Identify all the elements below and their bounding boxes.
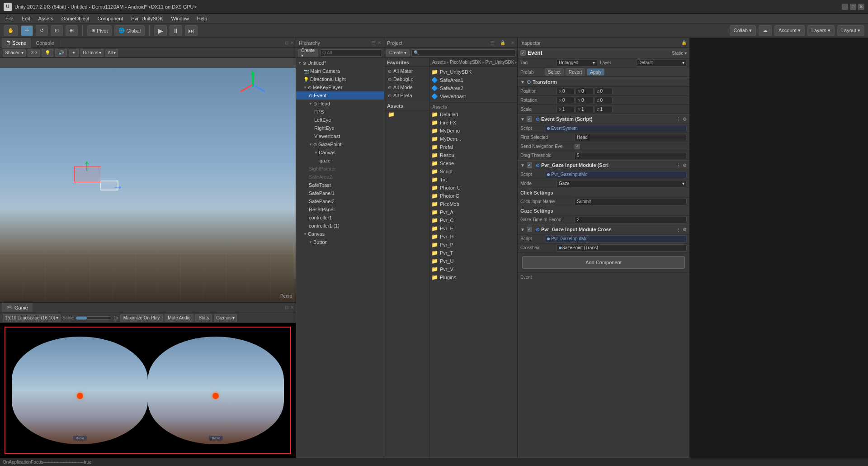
transform-section[interactable]: ▼ ⊙ Transform bbox=[518, 77, 689, 87]
project-search[interactable] bbox=[411, 49, 515, 57]
scale-tool-button[interactable]: ⊡ bbox=[51, 25, 63, 36]
gaze-time-value[interactable]: 2 bbox=[575, 216, 687, 223]
inspector-lock-icon[interactable]: 🔒 bbox=[681, 40, 687, 45]
layer-dropdown[interactable]: Default ▾ bbox=[636, 59, 687, 67]
asset-pvr-a[interactable]: 📁 Pvr_A bbox=[429, 208, 517, 216]
tree-fps[interactable]: FPS bbox=[296, 108, 384, 116]
scene-view[interactable]: Persp ↑ → bbox=[0, 58, 296, 302]
scale-y[interactable]: Y 1 bbox=[576, 106, 594, 113]
tag-dropdown[interactable]: Untagged ▾ bbox=[557, 59, 597, 67]
tree-untitled[interactable]: ▼ ⊙ Untitled* bbox=[296, 59, 384, 67]
position-y[interactable]: Y 0 bbox=[576, 88, 594, 95]
asset-picomob[interactable]: 📁 PicoMob bbox=[429, 200, 517, 208]
game-close-icon[interactable]: ✕ bbox=[290, 305, 294, 310]
maximize-button[interactable]: □ bbox=[850, 4, 856, 10]
asset-script[interactable]: 📁 Script bbox=[429, 167, 517, 176]
drag-threshold-value[interactable]: 5 bbox=[575, 152, 687, 159]
maximize-on-play-btn[interactable]: Maximize On Play bbox=[120, 314, 163, 322]
project-create-btn[interactable]: Create ▾ bbox=[386, 49, 410, 57]
pvr-cross-menu[interactable]: ⋮ bbox=[676, 227, 681, 232]
pvr-script-value[interactable]: Pvr_GazeInputMo bbox=[545, 171, 687, 178]
pvr-gaze-menu[interactable]: ⋮ bbox=[676, 163, 681, 168]
close-button[interactable]: ✕ bbox=[858, 4, 864, 10]
inspector-active-check[interactable]: ✓ bbox=[520, 50, 526, 56]
asset-pvr-u[interactable]: 📁 Pvr_U bbox=[429, 257, 517, 265]
move-tool-button[interactable]: ✛ bbox=[21, 25, 33, 36]
step-button[interactable]: ⏭ bbox=[185, 25, 198, 36]
breadcrumb-pico[interactable]: PicoMobileSDK bbox=[450, 60, 481, 65]
tab-console[interactable]: Console bbox=[31, 38, 59, 48]
fav-all-prefabs[interactable]: ⊙ All Prefa bbox=[384, 91, 429, 100]
asset-safearea1[interactable]: 🔷 SafeArea1 bbox=[429, 76, 517, 84]
event-active-toggle[interactable]: ✓ bbox=[527, 116, 532, 122]
rotation-x[interactable]: X 0 bbox=[557, 97, 575, 104]
scale-slider[interactable] bbox=[75, 316, 112, 320]
menu-help[interactable]: Help bbox=[193, 15, 211, 22]
rotate-tool-button[interactable]: ↺ bbox=[36, 25, 48, 36]
position-z[interactable]: Z 0 bbox=[594, 88, 613, 95]
event-script-value[interactable]: EventSystem bbox=[545, 125, 687, 132]
hand-tool-button[interactable]: ✋ bbox=[4, 25, 18, 36]
menu-pvr[interactable]: Pvr_UnitySDK bbox=[127, 15, 166, 22]
fav-all-materials[interactable]: ⊙ All Mater bbox=[384, 67, 429, 75]
lights-button[interactable]: 💡 bbox=[42, 49, 53, 57]
global-button[interactable]: 🌐 Global bbox=[114, 25, 145, 36]
layers-button[interactable]: Layers ▾ bbox=[807, 25, 835, 36]
scene-close-icon[interactable]: ✕ bbox=[290, 40, 294, 45]
asset-mydemo[interactable]: 📁 MyDemo bbox=[429, 127, 517, 135]
hierarchy-menu-icon[interactable]: ☰ bbox=[372, 40, 376, 45]
fx-button[interactable]: ✦ bbox=[69, 49, 79, 57]
pvr-cross-active-toggle[interactable]: ✓ bbox=[527, 227, 532, 232]
aspect-dropdown[interactable]: 16:10 Landscape (16:10) ▾ bbox=[3, 314, 61, 322]
menu-window[interactable]: Window bbox=[168, 15, 193, 22]
game-maximize-icon[interactable]: ⊡ bbox=[285, 305, 288, 310]
tree-event[interactable]: ⊙ Event bbox=[296, 91, 384, 100]
hierarchy-search[interactable] bbox=[320, 49, 382, 57]
asset-pvr-t[interactable]: 📁 Pvr_T bbox=[429, 249, 517, 257]
click-input-value[interactable]: Submit bbox=[575, 198, 687, 205]
stats-btn[interactable]: Stats bbox=[195, 314, 212, 322]
mute-audio-btn[interactable]: Mute Audio bbox=[165, 314, 193, 322]
rotation-y[interactable]: Y 0 bbox=[576, 97, 594, 104]
minimize-button[interactable]: ─ bbox=[842, 4, 848, 10]
project-menu-icon[interactable]: ☰ bbox=[491, 40, 495, 45]
asset-mydemo2[interactable]: 📁 MyDem... bbox=[429, 135, 517, 143]
play-button[interactable]: ▶ bbox=[154, 25, 167, 36]
tree-canvas-outer[interactable]: ▼ Canvas bbox=[296, 230, 384, 238]
layout-button[interactable]: Layout ▾ bbox=[837, 25, 864, 36]
asset-scene[interactable]: 📁 Scene bbox=[429, 159, 517, 167]
pvr-mode-value[interactable]: Gaze ▾ bbox=[557, 180, 687, 187]
tree-safepanel2[interactable]: SafePanel2 bbox=[296, 197, 384, 205]
scale-x[interactable]: X 1 bbox=[557, 106, 575, 113]
asset-safearea2[interactable]: 🔷 SafeArea2 bbox=[429, 84, 517, 92]
tree-safepanel1[interactable]: SafePanel1 bbox=[296, 189, 384, 197]
assets-folder[interactable]: 📁 bbox=[384, 110, 429, 119]
pvr-cross-gear[interactable]: ⚙ bbox=[683, 227, 687, 232]
hierarchy-create-btn[interactable]: Create ▾ bbox=[298, 49, 318, 57]
rect-tool-button[interactable]: ⊞ bbox=[66, 25, 78, 36]
prefab-revert-btn[interactable]: Revert bbox=[566, 68, 585, 76]
fav-all-models[interactable]: ⊙ All Mode bbox=[384, 83, 429, 91]
menu-gameobject[interactable]: GameObject bbox=[58, 15, 93, 22]
tree-righteye[interactable]: RightEye bbox=[296, 124, 384, 132]
cross-script-value[interactable]: Pvr_GazeInputMo bbox=[545, 235, 687, 243]
2d-button[interactable]: 2D bbox=[28, 49, 40, 57]
tree-lefteye[interactable]: LeftEye bbox=[296, 116, 384, 124]
prefab-select-btn[interactable]: Select bbox=[545, 68, 564, 76]
add-component-button[interactable]: Add Component bbox=[522, 256, 685, 269]
asset-pvr-e[interactable]: 📁 Pvr_E bbox=[429, 224, 517, 233]
menu-assets[interactable]: Assets bbox=[35, 15, 57, 22]
audio-button[interactable]: 🔊 bbox=[55, 49, 67, 57]
gizmos-dropdown[interactable]: Gizmos ▾ bbox=[80, 49, 104, 57]
tree-controller1-1[interactable]: controller1 (1) bbox=[296, 222, 384, 230]
event-system-menu[interactable]: ⋮ bbox=[676, 117, 681, 122]
asset-detailed[interactable]: 📁 Detailed bbox=[429, 110, 517, 119]
tree-safearea2[interactable]: SafeArea2 bbox=[296, 173, 384, 181]
pvr-cross-section[interactable]: ▼ ✓ ⊙ Pvr_Gaze Input Module Cross ⋮ ⚙ bbox=[518, 224, 689, 234]
all-dropdown[interactable]: All ▾ bbox=[105, 49, 118, 57]
asset-pvr-unitysdk[interactable]: 📁 Pvr_UnitySDK bbox=[429, 68, 517, 76]
asset-pvr-v[interactable]: 📁 Pvr_V bbox=[429, 265, 517, 273]
collab-button[interactable]: Collab ▾ bbox=[730, 25, 756, 36]
asset-fire-fx[interactable]: 📁 Fire FX bbox=[429, 119, 517, 127]
tree-main-camera[interactable]: 📷 Main Camera bbox=[296, 67, 384, 75]
